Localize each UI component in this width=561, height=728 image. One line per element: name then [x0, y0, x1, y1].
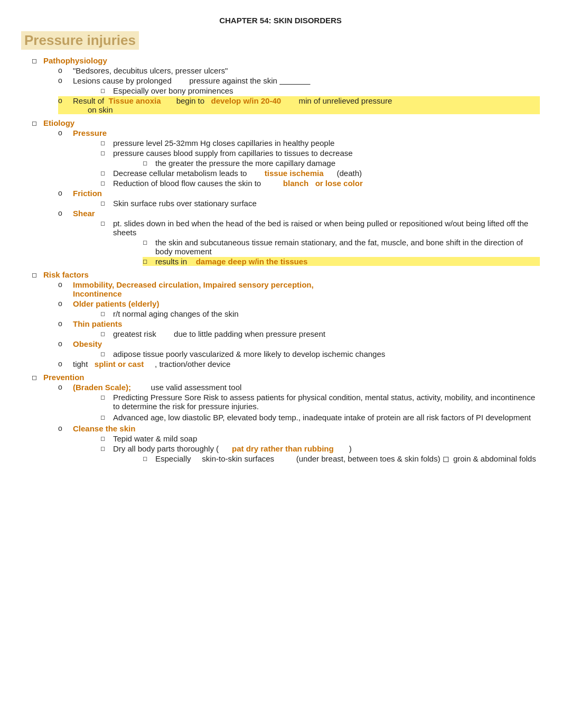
arrow-icon: ◻ — [32, 57, 43, 64]
etiology-pressure: o Pressure — [58, 128, 540, 137]
risk-obesity: o Obesity — [58, 339, 540, 348]
section-pathophysiology: ◻ Pathophysiology — [32, 56, 540, 65]
prevention-label: Prevention — [43, 373, 85, 382]
path-item-1: o "Bedsores, decubitus ulcers, presser u… — [58, 66, 540, 75]
prevention-braden: o (Braden Scale); use valid assessment t… — [58, 383, 540, 392]
path-item-3: ◻ Especially over bony prominences — [100, 86, 540, 95]
etiology-friction: o Friction — [58, 189, 540, 198]
path-item-2: o Lesions cause by prolonged pressure ag… — [58, 76, 540, 85]
prevention-cleanse: o Cleanse the skin — [58, 424, 540, 433]
main-heading: Pressure injuries — [21, 31, 139, 50]
page-title: CHAPTER 54: SKIN DISORDERS — [21, 16, 540, 25]
pathophysiology-label: Pathophysiology — [43, 56, 107, 65]
section-risk-factors: ◻ Risk factors — [32, 270, 540, 279]
risk-factors-label: Risk factors — [43, 270, 89, 279]
etiology-shear: o Shear — [58, 209, 540, 218]
risk-older: o Older patients (elderly) — [58, 299, 540, 308]
risk-splint: o tight splint or cast , traction/other … — [58, 360, 540, 368]
risk-immobility: o Immobility, Decreased circulation, Imp… — [58, 280, 540, 298]
etiology-label: Etiology — [43, 118, 74, 127]
risk-thin: o Thin patients — [58, 319, 540, 328]
section-prevention: ◻ Prevention — [32, 373, 540, 382]
path-item-4-highlighted: o Result of Tissue anoxia begin to devel… — [58, 96, 540, 114]
section-etiology: ◻ Etiology — [32, 118, 540, 127]
